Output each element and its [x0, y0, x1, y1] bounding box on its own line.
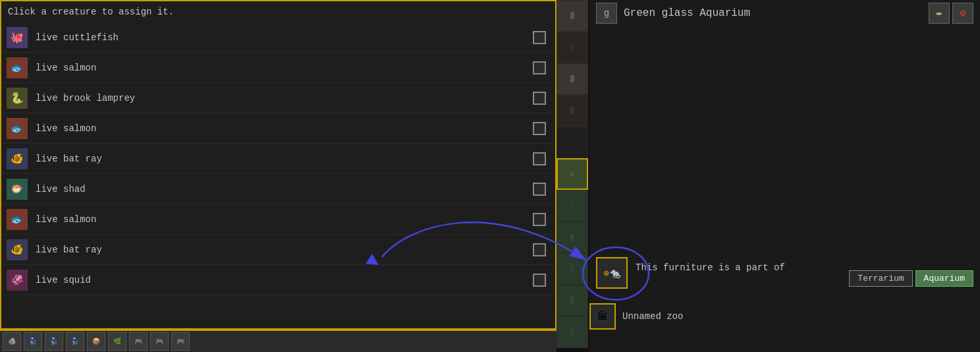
- bottom-icon-6[interactable]: 🎮: [129, 332, 148, 351]
- bottom-icon-8[interactable]: 🎮: [171, 332, 190, 351]
- creature-name: live shad: [36, 184, 533, 194]
- instruction-text: Click a creature to assign it.: [1, 1, 555, 22]
- map-tile: ▓: [557, 63, 588, 95]
- tab-aquarium[interactable]: Aquarium: [915, 270, 973, 287]
- bottom-icon-4[interactable]: 📦: [87, 332, 105, 351]
- creature-icon: 🐍: [7, 88, 28, 109]
- creature-name: live brook lamprey: [36, 93, 533, 103]
- creature-checkbox[interactable]: [533, 274, 546, 287]
- furniture-plus-icon: ⊕: [603, 268, 609, 279]
- bottom-toolbar: 🪨💺💺💺📦🌿🎮🎮🎮: [0, 330, 557, 352]
- creature-list-item[interactable]: 🐟live salmon: [1, 113, 555, 144]
- bottom-icon-1[interactable]: 💺: [24, 332, 42, 351]
- map-tile-aquarium[interactable]: ⊞: [557, 158, 588, 190]
- cancel-button[interactable]: ⊘: [952, 3, 973, 24]
- creature-name: live salmon: [36, 63, 533, 73]
- creature-icon: 🦑: [7, 270, 28, 291]
- creature-icon: 🐟: [7, 118, 28, 139]
- creature-list-item[interactable]: 🐠live bat ray: [1, 235, 555, 265]
- zoo-info: 🏛 Unnamed zoo: [589, 303, 683, 330]
- creature-list-item[interactable]: 🐡live shad: [1, 174, 555, 204]
- creature-name: live salmon: [36, 123, 533, 134]
- creature-icon: 🐠: [7, 148, 28, 169]
- tabs-area: TerrariumAquarium: [849, 270, 973, 287]
- creature-checkbox[interactable]: [533, 213, 546, 226]
- creature-checkbox[interactable]: [533, 31, 546, 44]
- map-tile: ░: [557, 316, 588, 348]
- rename-button[interactable]: ✒: [929, 3, 950, 24]
- map-tile: ▓: [557, 0, 588, 32]
- map-tile: ░: [557, 190, 588, 221]
- creature-list-item[interactable]: 🐠live bat ray: [1, 144, 555, 174]
- zoo-name: Unnamed zoo: [622, 311, 683, 322]
- creature-checkbox[interactable]: [533, 122, 546, 135]
- creature-name: live squid: [36, 275, 533, 285]
- furniture-text: This furniture is a part of: [636, 262, 785, 273]
- bottom-icon-2[interactable]: 💺: [45, 332, 63, 351]
- creature-list: 🐙live cuttlefish🐟live salmon🐍live brook …: [1, 22, 555, 295]
- creature-name: live bat ray: [36, 245, 533, 255]
- creature-checkbox[interactable]: [533, 61, 546, 74]
- right-info-panel: g Green glass Aquarium ✒ ⊘: [589, 0, 980, 352]
- aquarium-item-icon: g: [596, 3, 617, 24]
- feather-icon: ✒: [936, 7, 942, 20]
- map-tile: [557, 127, 588, 158]
- furniture-icon: ⊕ 🐀: [596, 257, 628, 289]
- map-tile: ▒: [557, 221, 588, 253]
- creature-name: live salmon: [36, 214, 533, 225]
- aquarium-title: Green glass Aquarium: [624, 7, 929, 19]
- aquarium-header: g Green glass Aquarium ✒ ⊘: [589, 0, 980, 26]
- creature-checkbox[interactable]: [533, 92, 546, 105]
- creature-icon: 🐟: [7, 209, 28, 230]
- creature-name: live cuttlefish: [36, 32, 533, 43]
- creature-list-item[interactable]: 🐟live salmon: [1, 53, 555, 83]
- creature-checkbox[interactable]: [533, 152, 546, 165]
- tab-terrarium[interactable]: Terrarium: [849, 270, 912, 287]
- creature-list-item[interactable]: 🐙live cuttlefish: [1, 22, 555, 53]
- creature-list-item[interactable]: 🦑live squid: [1, 265, 555, 295]
- map-tile: ▒: [557, 285, 588, 316]
- creature-checkbox[interactable]: [533, 183, 546, 196]
- furniture-creature-icon: 🐀: [609, 268, 620, 279]
- map-tile: ░: [557, 32, 588, 63]
- game-map: ▓ ░ ▓ ▒ ⊞ ░ ▒ ░ ▒ ░: [557, 0, 593, 352]
- creature-checkbox[interactable]: [533, 243, 546, 256]
- creature-icon: 🐙: [7, 27, 28, 48]
- bottom-icon-5[interactable]: 🌿: [108, 332, 126, 351]
- creature-list-panel: Click a creature to assign it. 🐙live cut…: [0, 0, 557, 330]
- bottom-icon-0[interactable]: 🪨: [3, 332, 21, 351]
- cancel-icon: ⊘: [960, 7, 966, 20]
- creature-list-item[interactable]: 🐟live salmon: [1, 204, 555, 235]
- header-action-icons: ✒ ⊘: [929, 3, 973, 24]
- bottom-icon-7[interactable]: 🎮: [150, 332, 169, 351]
- map-tile: ░: [557, 253, 588, 285]
- creature-icon: 🐠: [7, 239, 28, 260]
- bottom-icon-3[interactable]: 💺: [66, 332, 84, 351]
- map-tile: ▒: [557, 95, 588, 127]
- creature-icon: 🐟: [7, 57, 28, 78]
- zoo-icon: 🏛: [589, 303, 616, 330]
- creature-name: live bat ray: [36, 154, 533, 164]
- creature-list-item[interactable]: 🐍live brook lamprey: [1, 83, 555, 113]
- creature-icon: 🐡: [7, 179, 28, 200]
